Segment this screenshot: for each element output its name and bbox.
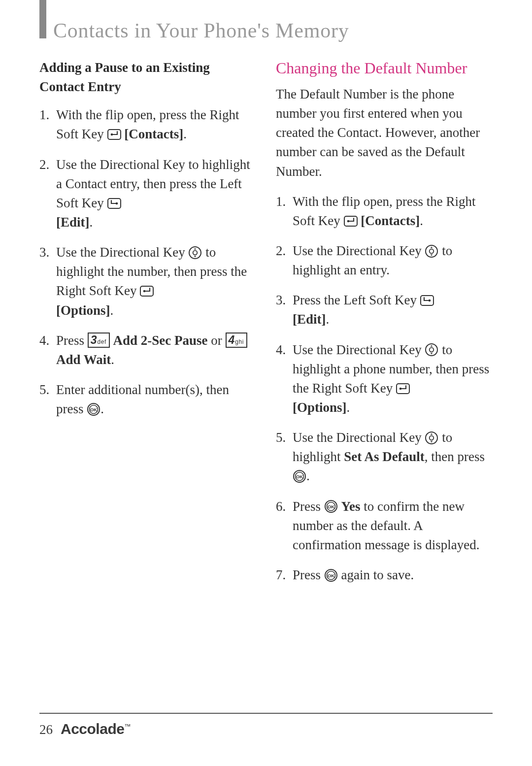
step-text: Enter additional number(s), then press: [56, 382, 229, 416]
step-text: .: [306, 468, 310, 483]
step-bold: [Edit]: [293, 312, 326, 327]
manual-page: Contacts in Your Phone's Memory Adding a…: [0, 0, 532, 596]
step-number: 2.: [39, 155, 49, 174]
step-bold: Yes: [341, 499, 361, 514]
left-soft-key-icon: [107, 197, 121, 210]
step-item: 5. Use the Directional Key to highlight …: [276, 428, 493, 486]
page-title: Contacts in Your Phone's Memory: [53, 15, 349, 42]
step-item: 1. With the flip open, press the Right S…: [276, 192, 493, 231]
right-intro: The Default Number is the phone number y…: [276, 85, 493, 181]
step-bold: [Contacts]: [361, 213, 420, 228]
step-item: 2. Use the Directional Key to highlight …: [276, 241, 493, 280]
step-text: Press: [293, 567, 324, 582]
step-text: .: [420, 213, 423, 228]
left-subheading: Adding a Pause to an Existing Contact En…: [39, 58, 256, 97]
ok-key-icon: [87, 402, 100, 416]
step-text: .: [90, 215, 93, 230]
left-steps: 1. With the flip open, press the Right S…: [39, 105, 256, 419]
step-text: .: [100, 401, 104, 416]
directional-key-icon: [425, 431, 438, 445]
step-number: 1.: [276, 192, 286, 211]
left-column: Adding a Pause to an Existing Contact En…: [39, 58, 256, 596]
step-number: 4.: [276, 340, 286, 360]
page-header: Contacts in Your Phone's Memory: [39, 15, 493, 42]
right-steps: 1. With the flip open, press the Right S…: [276, 192, 493, 585]
step-text: Press: [293, 499, 324, 514]
step-text: .: [111, 352, 114, 367]
step-text: Use the Directional Key: [293, 342, 425, 357]
right-column: Changing the Default Number The Default …: [276, 58, 493, 596]
step-number: 1.: [39, 105, 49, 125]
step-text: .: [110, 303, 114, 318]
ok-key-icon: [324, 500, 338, 513]
step-text: Use the Directional Key to highlight a C…: [56, 157, 250, 210]
step-number: 3.: [39, 243, 49, 262]
step-item: 7. Press again to save.: [276, 566, 493, 585]
brand-logo: Accolade™: [61, 721, 131, 737]
step-text: Press the Left Soft Key: [293, 293, 420, 307]
step-number: 5.: [39, 380, 49, 400]
step-item: 4. Use the Directional Key to highlight …: [276, 340, 493, 418]
step-bold: [Contacts]: [124, 127, 183, 141]
step-text: Use the Directional Key: [293, 430, 425, 445]
step-number: 2.: [276, 241, 286, 261]
left-soft-key-icon: [420, 294, 434, 307]
step-bold: [Edit]: [56, 215, 90, 230]
ok-key-icon: [293, 469, 306, 483]
step-item: 1. With the flip open, press the Right S…: [39, 105, 256, 144]
directional-key-icon: [425, 244, 438, 258]
step-bold: Set As Default: [344, 449, 425, 464]
step-bold: [Options]: [56, 303, 110, 318]
step-text: .: [183, 127, 187, 141]
step-text: .: [326, 312, 330, 327]
step-text: or: [208, 333, 226, 348]
step-bold: Add Wait: [56, 352, 111, 367]
step-item: 6. Press Yes to confirm the new number a…: [276, 497, 493, 555]
step-text: , then press: [425, 449, 485, 464]
directional-key-icon: [188, 246, 202, 260]
step-number: 7.: [276, 566, 286, 585]
step-number: 4.: [39, 331, 49, 350]
step-item: 3. Use the Directional Key to highlight …: [39, 243, 256, 320]
step-text: Use the Directional Key: [56, 245, 188, 260]
content-columns: Adding a Pause to an Existing Contact En…: [39, 58, 493, 596]
right-soft-key-icon: [396, 382, 410, 395]
step-text: .: [347, 400, 350, 415]
step-text: Use the Directional Key: [293, 243, 425, 258]
page-number: 26: [39, 722, 53, 737]
key-4-icon: 4ghi: [226, 333, 247, 348]
step-bold: Add 2-Sec Pause: [113, 333, 208, 348]
page-footer: 26 Accolade™: [39, 713, 493, 737]
key-3-icon: 3def: [88, 333, 110, 348]
right-soft-key-icon: [344, 215, 358, 228]
step-bold: [Options]: [293, 400, 347, 415]
right-soft-key-icon: [107, 128, 121, 141]
step-item: 3. Press the Left Soft Key [Edit].: [276, 291, 493, 329]
right-soft-key-icon: [140, 285, 154, 298]
step-item: 4. Press 3def Add 2-Sec Pause or 4ghi Ad…: [39, 331, 256, 369]
ok-key-icon: [324, 568, 338, 582]
step-number: 3.: [276, 291, 286, 310]
header-accent-bar: [39, 0, 46, 38]
step-item: 2. Use the Directional Key to highlight …: [39, 155, 256, 233]
step-number: 6.: [276, 497, 286, 516]
directional-key-icon: [425, 343, 438, 357]
step-text: Press: [56, 333, 88, 348]
right-section-title: Changing the Default Number: [276, 58, 493, 78]
step-number: 5.: [276, 428, 286, 447]
step-item: 5. Enter additional number(s), then pres…: [39, 380, 256, 419]
step-text: again to save.: [341, 567, 414, 582]
